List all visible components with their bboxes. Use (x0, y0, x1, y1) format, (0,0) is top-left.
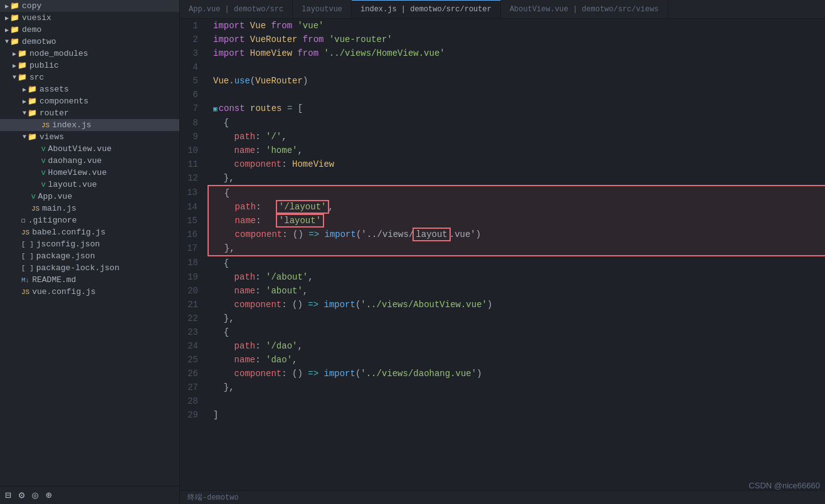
sidebar-item-public[interactable]: ▶ 📁 public (0, 60, 179, 71)
sidebar-item-homeview[interactable]: V HomeView.vue (0, 167, 179, 179)
folder-icon: 📁 (10, 13, 19, 23)
sidebar-item-router[interactable]: ▼ 📁 router (0, 107, 179, 119)
arrow-icon: ▶ (13, 62, 16, 70)
line-number: 26 (180, 367, 208, 381)
sidebar-item-demotwo[interactable]: ▼ 📁 demotwo (0, 36, 179, 48)
md-file-icon: M↓ (21, 276, 29, 284)
code-line-19: 19 path: '/about', (180, 270, 825, 284)
code-line-8: 8 { (180, 116, 825, 130)
sidebar-item-components[interactable]: ▶ 📁 components (0, 95, 179, 107)
sidebar-item-node-modules[interactable]: ▶ 📁 node_modules (0, 48, 179, 60)
line-number: 28 (180, 394, 208, 408)
sidebar-item-label: node_modules (29, 49, 88, 58)
sidebar-item-index-js[interactable]: JS index.js (0, 119, 179, 131)
sidebar-item-app-vue[interactable]: V App.vue (0, 191, 179, 202)
tab-index-js[interactable]: index.js | demotwo/src/router (352, 0, 501, 18)
js-file-icon: JS (31, 205, 39, 213)
line-number: 8 (180, 116, 208, 130)
line-number: 11 (180, 157, 208, 171)
js-file-icon: JS (21, 288, 29, 296)
sidebar-item-label: layout.vue (48, 180, 97, 189)
code-line-10: 10 name: 'home', (180, 144, 825, 157)
sidebar-item-src[interactable]: ▼ 📁 src (0, 71, 179, 83)
line-number: 19 (180, 270, 208, 284)
sidebar-item-package-json[interactable]: [ ] package.json (0, 250, 179, 262)
vue-file-icon: V (31, 193, 36, 201)
tab-about-view[interactable]: AboutView.vue | demotwo/src/views (501, 0, 668, 18)
tab-app-vue[interactable]: App.vue | demotwo/src (180, 0, 293, 18)
sidebar-item-label: assets (39, 85, 69, 94)
folder-icon: 📁 (28, 132, 37, 142)
line-number: 16 (180, 228, 208, 241)
line-number: 12 (180, 171, 208, 186)
line-code: component: () => import('../views/daohan… (208, 367, 825, 381)
code-line-3: 3 import HomeView from '../views/HomeVie… (180, 46, 825, 60)
vue-file-icon: V (41, 157, 46, 165)
line-code (208, 394, 825, 408)
json-file-icon: [ ] (21, 253, 34, 260)
terminal-label-area: 终端-demotwo (187, 492, 239, 503)
settings-icon[interactable]: ⚙ (19, 489, 25, 501)
sidebar-item-babel-config[interactable]: JS babel.config.js (0, 226, 179, 238)
sidebar-bottom-icons: ⊟ ⚙ ◎ ⊕ (0, 486, 179, 504)
code-line-4: 4 (180, 60, 825, 74)
csdn-label: CSDN @nice66660 (749, 481, 820, 490)
account-icon[interactable]: ◎ (32, 489, 38, 501)
code-line-23: 23 { (180, 325, 825, 339)
folder-icon: 📁 (18, 49, 27, 58)
line-code: { (208, 256, 825, 270)
sidebar-item-daohang[interactable]: V daohang.vue (0, 155, 179, 167)
vue-file-icon: V (41, 181, 46, 189)
sidebar-item-label: src (29, 73, 44, 82)
code-line-16: 16 component: () => import('../views/lay… (180, 228, 825, 241)
folder-icon: 📁 (28, 97, 37, 106)
line-code: import VueRouter from 'vue-router' (208, 33, 825, 46)
sidebar-item-demo[interactable]: ▶ 📁 demo (0, 24, 179, 36)
code-line-7: 7 ▣const routes = [ (180, 102, 825, 116)
arrow-icon: ▶ (5, 14, 9, 22)
vue-file-icon: V (41, 145, 46, 153)
json-file-icon: [ ] (21, 241, 34, 248)
sidebar-item-label: package.json (36, 251, 95, 261)
sidebar-item-main-js[interactable]: JS main.js (0, 202, 179, 214)
sidebar-item-package-lock[interactable]: [ ] package-lock.json (0, 262, 179, 274)
code-line-21: 21 component: () => import('../views/Abo… (180, 298, 825, 312)
line-number: 14 (180, 200, 208, 214)
sidebar-item-label: README.md (32, 275, 76, 285)
sidebar-item-readme[interactable]: M↓ README.md (0, 274, 179, 286)
sidebar-item-vuesix[interactable]: ▶ 📁 vuesix (0, 12, 179, 24)
code-line-11: 11 component: HomeView (180, 157, 825, 171)
line-code: }, (208, 171, 825, 186)
sidebar-item-label: jsconfig.json (36, 239, 100, 249)
code-line-1: 1 import Vue from 'vue' (180, 19, 825, 33)
sidebar-item-views[interactable]: ▼ 📁 views (0, 131, 179, 143)
line-code: component: HomeView (208, 157, 825, 171)
line-number: 21 (180, 298, 208, 312)
tab-layout-vue[interactable]: layoutvue (293, 0, 352, 18)
editor-content[interactable]: 1 import Vue from 'vue' 2 import VueRout… (180, 19, 825, 490)
sidebar-item-label: main.js (42, 204, 76, 213)
code-line-15: 15 name: 'layout' (180, 214, 825, 228)
arrow-icon: ▶ (5, 3, 9, 10)
sidebar-item-gitignore[interactable]: ◻ .gitignore (0, 214, 179, 226)
terminal-icon[interactable]: ⊟ (5, 489, 11, 501)
sidebar-item-label: copy (22, 1, 41, 11)
sidebar-item-label: demotwo (22, 37, 56, 46)
remote-icon[interactable]: ⊕ (46, 489, 52, 501)
sidebar-item-layout-vue[interactable]: V layout.vue (0, 179, 179, 191)
line-number: 24 (180, 339, 208, 353)
sidebar-item-copy[interactable]: ▶ 📁 copy (0, 0, 179, 12)
sidebar-item-vue-config[interactable]: JS vue.config.js (0, 286, 179, 298)
csdn-watermark: CSDN @nice66660 (749, 481, 820, 490)
code-line-22: 22 }, (180, 312, 825, 325)
sidebar-item-assets[interactable]: ▶ 📁 assets (0, 83, 179, 95)
line-code: name: 'layout' (208, 214, 825, 228)
line-number: 23 (180, 325, 208, 339)
code-line-9: 9 path: '/', (180, 130, 825, 144)
line-code: path: '/about', (208, 270, 825, 284)
sidebar-item-jsconfig[interactable]: [ ] jsconfig.json (0, 238, 179, 250)
sidebar-item-about-view[interactable]: V AboutView.vue (0, 143, 179, 155)
sidebar-item-label: index.js (52, 120, 91, 130)
line-number: 10 (180, 144, 208, 157)
line-number: 4 (180, 60, 208, 74)
